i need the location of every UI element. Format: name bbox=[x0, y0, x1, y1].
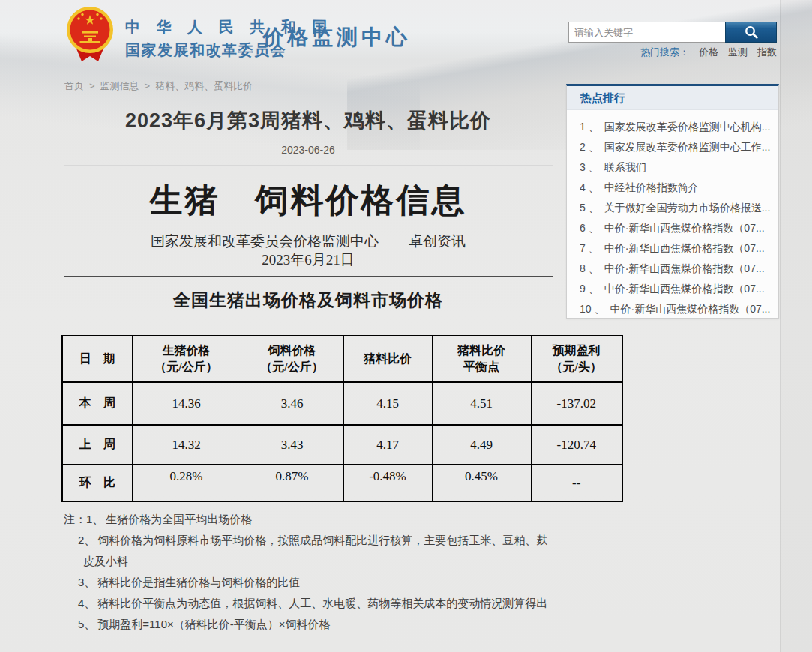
national-emblem-logo bbox=[65, 4, 115, 63]
rank-number: 9 、 bbox=[580, 283, 599, 295]
breadcrumb-separator: > bbox=[89, 80, 95, 91]
note-text: 预期盈利=110×（猪料比价-平衡点）×饲料价格 bbox=[97, 618, 330, 630]
note-item: 2、饲料价格为饲料原料市场平均价格，按照成品饲料配比进行核算，主要包括玉米、豆粕… bbox=[78, 530, 555, 572]
hot-ranking-title: 热点排行 bbox=[567, 86, 778, 110]
table-cell: 14.32 bbox=[132, 425, 241, 465]
section-title: 全国生猪出场价格及饲料市场价格 bbox=[64, 289, 553, 311]
row-label: 环 比 bbox=[62, 465, 132, 501]
table-row: 环 比0.28%0.87%-0.48%0.45%-- bbox=[62, 465, 622, 501]
hot-ranking-item-title: 中价·新华山西焦煤价格指数（07... bbox=[604, 242, 765, 254]
rank-number: 3 、 bbox=[580, 161, 599, 173]
note-text: 饲料价格为饲料原料市场平均价格，按照成品饲料配比进行核算，主要包括玉米、豆粕、麸… bbox=[83, 534, 547, 567]
article: 2023年6月第3周猪料、鸡料、蛋料比价 2023-06-26 生猪 饲料价格信… bbox=[64, 103, 553, 635]
table-cell: 3.43 bbox=[241, 425, 343, 465]
hot-ranking-item[interactable]: 10 、中价·新华山西焦煤价格指数（07... bbox=[580, 299, 771, 319]
table-header-cell: 生猪价格（元/公斤） bbox=[132, 336, 241, 382]
rank-number: 2 、 bbox=[580, 141, 599, 153]
breadcrumb-link[interactable]: 首页 bbox=[64, 80, 84, 91]
note-number: 1、 bbox=[86, 513, 103, 525]
hot-ranking-item-title: 关于做好全国劳动力市场价格报送... bbox=[604, 202, 771, 214]
document-title: 生猪 饲料价格信息 bbox=[64, 181, 553, 221]
hot-ranking-item-title: 中价·新华山西焦煤价格指数（07... bbox=[610, 303, 770, 315]
note-number: 3、 bbox=[78, 576, 95, 588]
byline: 国家发展和改革委员会价格监测中心卓创资讯 bbox=[64, 233, 553, 250]
hot-ranking-item[interactable]: 7 、中价·新华山西焦煤价格指数（07... bbox=[580, 238, 771, 259]
table-cell: 14.36 bbox=[132, 382, 241, 425]
table-header-cell: 猪料比价平衡点 bbox=[432, 336, 531, 382]
hot-ranking-item-title: 中价·新华山西焦煤价格指数（07... bbox=[604, 222, 765, 234]
rank-number: 8 、 bbox=[580, 262, 599, 274]
document-date: 2023年6月21日 bbox=[64, 252, 553, 268]
hot-ranking-item-title: 国家发展改革委价格监测中心机构... bbox=[604, 121, 771, 133]
table-cell: 0.28% bbox=[132, 465, 241, 501]
price-table: 日 期生猪价格（元/公斤）饲料价格（元/公斤）猪料比价猪料比价平衡点预期盈利（元… bbox=[61, 335, 623, 502]
hot-ranking-item[interactable]: 3 、联系我们 bbox=[580, 157, 771, 178]
table-cell: 4.51 bbox=[432, 382, 531, 425]
rank-number: 6 、 bbox=[580, 222, 599, 234]
hot-ranking-item-title: 中经社价格指数简介 bbox=[604, 181, 699, 193]
hot-ranking-item[interactable]: 5 、关于做好全国劳动力市场价格报送... bbox=[580, 198, 771, 218]
hot-ranking-item-title: 联系我们 bbox=[604, 161, 646, 173]
search-button[interactable] bbox=[725, 22, 777, 43]
table-header-row: 日 期生猪价格（元/公斤）饲料价格（元/公斤）猪料比价猪料比价平衡点预期盈利（元… bbox=[62, 336, 622, 382]
note-number: 4、 bbox=[78, 597, 95, 609]
site-brand-home-link[interactable]: 中 华 人 民 共 和 国 国家发展和改革委员会 价格监测中心 bbox=[0, 0, 480, 72]
hot-ranking-list: 1 、国家发展改革委价格监测中心机构...2 、国家发展改革委价格监测中心工作.… bbox=[567, 110, 778, 319]
note-text: 猪料比价是指生猪价格与饲料价格的比值 bbox=[97, 576, 300, 588]
table-header-cell: 日 期 bbox=[62, 336, 132, 382]
note-number: 5、 bbox=[78, 618, 95, 630]
row-label: 本 周 bbox=[62, 382, 132, 425]
breadcrumb: 首页>监测信息>猪料、鸡料、蛋料比价 bbox=[64, 79, 253, 93]
hot-ranking-item[interactable]: 4 、中经社价格指数简介 bbox=[580, 178, 771, 198]
byline-org: 国家发展和改革委员会价格监测中心 bbox=[151, 233, 379, 249]
page: 中 华 人 民 共 和 国 国家发展和改革委员会 价格监测中心 热门搜索：价格监… bbox=[0, 0, 812, 652]
breadcrumb-separator: > bbox=[145, 80, 151, 91]
notes: 注：1、生猪价格为全国平均出场价格2、饲料价格为饲料原料市场平均价格，按照成品饲… bbox=[64, 509, 555, 635]
byline-source: 卓创资讯 bbox=[409, 233, 466, 249]
note-item: 5、预期盈利=110×（猪料比价-平衡点）×饲料价格 bbox=[78, 614, 555, 635]
table-row: 本 周14.363.464.154.51-137.02 bbox=[62, 382, 622, 425]
divider-light bbox=[64, 165, 553, 166]
notes-prefix: 注： bbox=[64, 513, 86, 525]
table-cell: 0.87% bbox=[241, 465, 343, 501]
breadcrumb-link[interactable]: 监测信息 bbox=[100, 80, 139, 91]
table-cell: -137.02 bbox=[531, 382, 622, 425]
table-row: 上 周14.323.434.174.49-120.74 bbox=[62, 425, 622, 465]
hot-ranking-item[interactable]: 9 、中价·新华山西焦煤价格指数（07... bbox=[580, 279, 771, 299]
hot-search-bar: 热门搜索：价格监测指数 bbox=[640, 46, 777, 59]
table-header-cell: 猪料比价 bbox=[343, 336, 432, 382]
note-text: 猪料比价平衡点为动态值，根据饲料、人工、水电暖、药物等相关成本的变动情况测算得出 bbox=[97, 597, 547, 609]
breadcrumb-current: 猪料、鸡料、蛋料比价 bbox=[155, 80, 253, 91]
page-title: 2023年6月第3周猪料、鸡料、蛋料比价 bbox=[64, 107, 553, 134]
hot-ranking-item[interactable]: 8 、中价·新华山西焦煤价格指数（07... bbox=[580, 259, 771, 279]
table-cell: -- bbox=[531, 465, 622, 501]
hot-ranking-item[interactable]: 1 、国家发展改革委价格监测中心机构... bbox=[580, 117, 771, 137]
rank-number: 1 、 bbox=[580, 121, 599, 133]
search-icon bbox=[744, 25, 759, 40]
hot-keyword-link[interactable]: 价格 bbox=[699, 46, 718, 58]
note-text: 生猪价格为全国平均出场价格 bbox=[106, 513, 252, 525]
hot-ranking-item[interactable]: 2 、国家发展改革委价格监测中心工作... bbox=[580, 137, 771, 157]
search-input[interactable] bbox=[568, 22, 725, 43]
table-cell: 3.46 bbox=[241, 382, 343, 425]
rank-number: 4 、 bbox=[580, 181, 599, 193]
note-item: 3、猪料比价是指生猪价格与饲料价格的比值 bbox=[78, 572, 555, 593]
row-label: 上 周 bbox=[62, 425, 132, 465]
table-cell: -120.74 bbox=[531, 425, 622, 465]
hot-ranking-item-title: 中价·新华山西焦煤价格指数（07... bbox=[604, 262, 765, 274]
hot-ranking-item-title: 中价·新华山西焦煤价格指数（07... bbox=[604, 283, 765, 295]
hot-search-label: 热门搜索： bbox=[640, 46, 689, 58]
hot-ranking-item[interactable]: 6 、中价·新华山西焦煤价格指数（07... bbox=[580, 218, 771, 238]
rank-number: 10 、 bbox=[580, 303, 604, 315]
divider-dark bbox=[64, 276, 553, 277]
hot-keyword-link[interactable]: 监测 bbox=[728, 46, 748, 58]
table-cell: -0.48% bbox=[343, 465, 432, 501]
background-right-strip bbox=[780, 0, 812, 652]
table-cell: 0.45% bbox=[432, 465, 531, 501]
rank-number: 5 、 bbox=[580, 202, 599, 214]
publish-date: 2023-06-26 bbox=[64, 143, 553, 157]
table-cell: 4.49 bbox=[432, 425, 531, 465]
hot-keyword-link[interactable]: 指数 bbox=[757, 46, 777, 58]
note-item: 注：1、生猪价格为全国平均出场价格 bbox=[64, 509, 555, 530]
hot-ranking-item-title: 国家发展改革委价格监测中心工作... bbox=[604, 141, 771, 153]
